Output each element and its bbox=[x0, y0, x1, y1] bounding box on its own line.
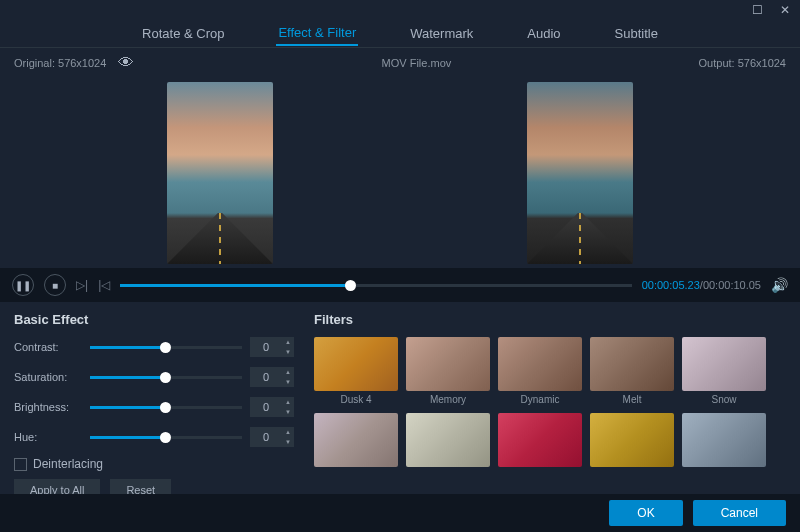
tab-bar: Rotate & Crop Effect & Filter Watermark … bbox=[0, 20, 800, 48]
original-dimensions: Original: 576x1024 bbox=[14, 57, 106, 69]
spinner-saturation[interactable]: 0▲▼ bbox=[250, 367, 294, 387]
tab-effect-filter[interactable]: Effect & Filter bbox=[276, 21, 358, 46]
filter-thumbnail[interactable] bbox=[314, 413, 398, 467]
seek-bar[interactable] bbox=[120, 284, 631, 287]
spinner-up-icon[interactable]: ▲ bbox=[282, 397, 294, 407]
spinner-down-icon[interactable]: ▼ bbox=[282, 407, 294, 417]
preview-original bbox=[167, 82, 273, 264]
slider-saturation[interactable] bbox=[90, 376, 242, 379]
filter-thumbnail[interactable] bbox=[682, 337, 766, 391]
preview-output bbox=[527, 82, 633, 264]
close-button[interactable]: ✕ bbox=[778, 3, 792, 17]
filter-name-label: Dynamic bbox=[521, 394, 560, 405]
filter-name-label: Snow bbox=[711, 394, 736, 405]
tab-audio[interactable]: Audio bbox=[525, 22, 562, 45]
spinner-down-icon[interactable]: ▼ bbox=[282, 437, 294, 447]
filter-thumbnail[interactable] bbox=[314, 337, 398, 391]
filename-label: MOV File.mov bbox=[382, 57, 452, 69]
tab-rotate-crop[interactable]: Rotate & Crop bbox=[140, 22, 226, 45]
filter-thumbnail[interactable] bbox=[498, 337, 582, 391]
slider-label: Contrast: bbox=[14, 341, 82, 353]
slider-label: Saturation: bbox=[14, 371, 82, 383]
filter-name-label: Melt bbox=[623, 394, 642, 405]
filter-thumbnail[interactable] bbox=[590, 413, 674, 467]
spinner-up-icon[interactable]: ▲ bbox=[282, 367, 294, 377]
deinterlacing-label: Deinterlacing bbox=[33, 457, 103, 471]
spinner-down-icon[interactable]: ▼ bbox=[282, 347, 294, 357]
spinner-down-icon[interactable]: ▼ bbox=[282, 377, 294, 387]
prev-frame-button[interactable]: ▷| bbox=[76, 278, 88, 292]
ok-button[interactable]: OK bbox=[609, 500, 682, 526]
tab-watermark[interactable]: Watermark bbox=[408, 22, 475, 45]
filter-thumbnail[interactable] bbox=[590, 337, 674, 391]
maximize-button[interactable]: ☐ bbox=[750, 3, 764, 17]
basic-effect-title: Basic Effect bbox=[14, 312, 294, 327]
spinner-contrast[interactable]: 0▲▼ bbox=[250, 337, 294, 357]
filters-title: Filters bbox=[314, 312, 786, 327]
next-frame-button[interactable]: |◁ bbox=[98, 278, 110, 292]
filter-thumbnail[interactable] bbox=[498, 413, 582, 467]
volume-icon[interactable]: 🔊 bbox=[771, 277, 788, 293]
slider-label: Brightness: bbox=[14, 401, 82, 413]
filter-thumbnail[interactable] bbox=[406, 337, 490, 391]
deinterlacing-checkbox[interactable] bbox=[14, 458, 27, 471]
filter-name-label: Dusk 4 bbox=[340, 394, 371, 405]
tab-subtitle[interactable]: Subtitle bbox=[613, 22, 660, 45]
spinner-up-icon[interactable]: ▲ bbox=[282, 337, 294, 347]
filter-name-label: Memory bbox=[430, 394, 466, 405]
slider-contrast[interactable] bbox=[90, 346, 242, 349]
slider-label: Hue: bbox=[14, 431, 82, 443]
eye-icon[interactable]: 👁 bbox=[118, 54, 134, 72]
pause-button[interactable]: ❚❚ bbox=[12, 274, 34, 296]
spinner-brightness[interactable]: 0▲▼ bbox=[250, 397, 294, 417]
time-current: 00:00:05.23 bbox=[642, 279, 700, 291]
filter-thumbnail[interactable] bbox=[406, 413, 490, 467]
time-total: 00:00:10.05 bbox=[703, 279, 761, 291]
cancel-button[interactable]: Cancel bbox=[693, 500, 786, 526]
filter-thumbnail[interactable] bbox=[682, 413, 766, 467]
slider-brightness[interactable] bbox=[90, 406, 242, 409]
slider-hue[interactable] bbox=[90, 436, 242, 439]
spinner-up-icon[interactable]: ▲ bbox=[282, 427, 294, 437]
spinner-hue[interactable]: 0▲▼ bbox=[250, 427, 294, 447]
output-dimensions: Output: 576x1024 bbox=[699, 57, 786, 69]
stop-button[interactable]: ■ bbox=[44, 274, 66, 296]
